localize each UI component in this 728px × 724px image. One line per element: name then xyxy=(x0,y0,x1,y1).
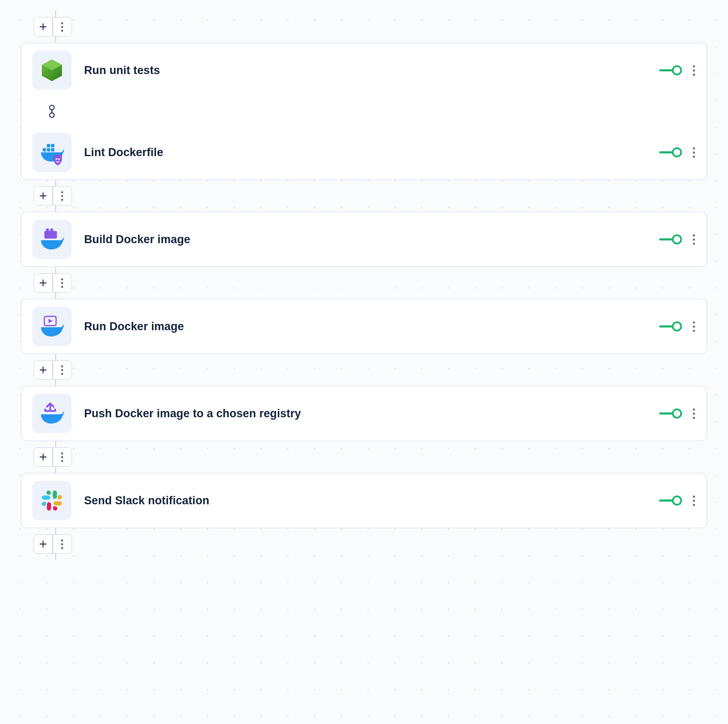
stage-connector xyxy=(21,11,707,43)
insert-stage-controls xyxy=(33,360,72,380)
stage-options-button[interactable] xyxy=(53,361,72,379)
step-controls xyxy=(659,145,696,160)
step-enabled-toggle[interactable] xyxy=(659,495,683,506)
pipeline-step[interactable]: Push Docker image to a chosen registry xyxy=(32,394,696,433)
step-more-button[interactable] xyxy=(692,145,696,160)
link-icon xyxy=(48,104,56,119)
step-controls xyxy=(659,493,696,508)
stage-connector xyxy=(21,267,707,299)
svg-rect-11 xyxy=(51,148,54,151)
step-title: Push Docker image to a chosen registry xyxy=(84,407,646,420)
pipeline-step[interactable]: Run unit tests xyxy=(32,51,696,90)
svg-point-17 xyxy=(673,148,681,157)
step-more-button[interactable] xyxy=(692,319,696,334)
insert-stage-controls xyxy=(33,17,72,36)
step-more-button[interactable] xyxy=(692,232,696,247)
docker-lint-icon xyxy=(32,133,72,172)
plus-icon xyxy=(39,279,47,287)
step-controls xyxy=(659,406,696,421)
svg-point-30 xyxy=(673,322,681,331)
step-more-button[interactable] xyxy=(692,406,696,421)
step-enabled-toggle[interactable] xyxy=(659,146,683,158)
svg-point-14 xyxy=(56,158,57,160)
stage-options-button[interactable] xyxy=(53,18,72,36)
plus-icon xyxy=(39,453,47,461)
svg-point-15 xyxy=(58,158,60,160)
step-controls xyxy=(659,63,696,78)
svg-rect-22 xyxy=(50,228,53,231)
svg-rect-20 xyxy=(44,231,57,239)
insert-stage-controls xyxy=(33,273,72,293)
more-icon xyxy=(61,539,63,549)
step-link xyxy=(32,99,696,123)
stage-connector xyxy=(21,528,707,560)
more-icon xyxy=(61,452,63,462)
svg-rect-10 xyxy=(47,148,50,151)
step-title: Send Slack notification xyxy=(84,494,646,507)
node-icon xyxy=(32,51,72,90)
svg-rect-38 xyxy=(53,490,57,499)
insert-stage-controls xyxy=(33,186,72,205)
stage-options-button[interactable] xyxy=(53,535,72,553)
step-controls xyxy=(659,319,696,334)
svg-marker-28 xyxy=(49,319,53,323)
svg-rect-41 xyxy=(42,496,50,500)
svg-rect-9 xyxy=(43,148,46,151)
more-icon xyxy=(61,365,63,375)
step-enabled-toggle[interactable] xyxy=(659,234,683,245)
pipeline-step[interactable]: Lint Dockerfile xyxy=(32,133,696,172)
pipeline-step[interactable]: Build Docker image xyxy=(32,220,696,259)
step-enabled-toggle[interactable] xyxy=(659,321,683,332)
add-stage-button[interactable] xyxy=(34,361,52,379)
stage-options-button[interactable] xyxy=(53,187,72,205)
docker-run-icon xyxy=(32,307,72,346)
pipeline-stage: Push Docker image to a chosen registry xyxy=(21,386,707,441)
step-title: Lint Dockerfile xyxy=(84,146,646,159)
plus-icon xyxy=(39,192,47,200)
insert-stage-controls xyxy=(33,447,72,467)
step-title: Run unit tests xyxy=(84,64,646,77)
svg-rect-40 xyxy=(47,502,51,511)
pipeline-stage: Run unit tests xyxy=(21,43,707,180)
add-stage-button[interactable] xyxy=(34,187,52,205)
pipeline-step[interactable]: Send Slack notification xyxy=(32,481,696,520)
step-more-button[interactable] xyxy=(692,63,696,78)
pipeline-stage: Build Docker image xyxy=(21,212,707,267)
svg-point-35 xyxy=(673,409,681,418)
step-title: Build Docker image xyxy=(84,233,646,246)
svg-rect-13 xyxy=(51,144,54,147)
pipeline-step[interactable]: Run Docker image xyxy=(32,307,696,346)
plus-icon xyxy=(39,23,47,31)
svg-point-43 xyxy=(673,496,681,505)
plus-icon xyxy=(39,366,47,374)
add-stage-button[interactable] xyxy=(34,448,52,466)
more-icon xyxy=(61,22,63,32)
stage-connector xyxy=(21,441,707,473)
pipeline-stage: Send Slack notification xyxy=(21,473,707,528)
stage-options-button[interactable] xyxy=(53,274,72,292)
add-stage-button[interactable] xyxy=(34,535,52,553)
svg-rect-12 xyxy=(47,144,50,147)
add-stage-button[interactable] xyxy=(34,274,52,292)
docker-push-icon xyxy=(32,394,72,433)
plus-icon xyxy=(39,540,47,548)
stage-options-button[interactable] xyxy=(53,448,72,466)
svg-point-24 xyxy=(673,235,681,244)
insert-stage-controls xyxy=(33,534,72,554)
more-icon xyxy=(61,191,63,201)
pipeline-canvas: Run unit tests xyxy=(21,11,707,560)
pipeline-stage: Run Docker image xyxy=(21,299,707,354)
step-title: Run Docker image xyxy=(84,320,646,333)
step-enabled-toggle[interactable] xyxy=(659,408,683,419)
add-stage-button[interactable] xyxy=(34,18,52,36)
svg-point-5 xyxy=(673,66,681,74)
step-controls xyxy=(659,232,696,247)
slack-icon xyxy=(32,481,72,520)
docker-build-icon xyxy=(32,220,72,259)
stage-connector xyxy=(21,180,707,212)
stage-connector xyxy=(21,354,707,386)
more-icon xyxy=(61,278,63,288)
svg-rect-21 xyxy=(46,228,49,231)
step-more-button[interactable] xyxy=(692,493,696,508)
step-enabled-toggle[interactable] xyxy=(659,64,683,76)
